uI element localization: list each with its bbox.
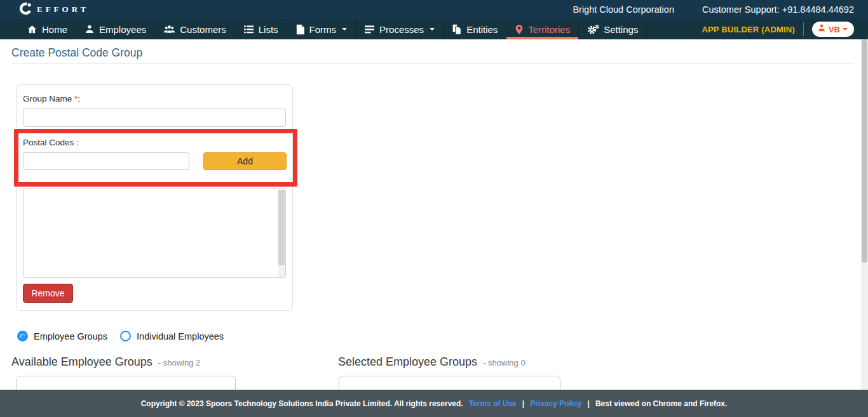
nav-item-processes[interactable]: Processes: [355, 19, 443, 39]
gear-icon: [587, 24, 599, 35]
nav-item-entities[interactable]: Entities: [443, 19, 506, 39]
page-scrollbar-thumb[interactable]: [862, 39, 867, 263]
nav-item-forms[interactable]: Forms: [287, 19, 356, 39]
app-builder-label: APP BUILDER (ADMIN): [702, 25, 795, 34]
assignment-type-radios: Employee Groups Individual Employees: [17, 331, 224, 341]
user-initials: VB: [829, 25, 840, 34]
app-root: EFFORT Bright Cloud Corporation Customer…: [0, 0, 868, 417]
footer-separator: |: [522, 399, 524, 408]
nav-item-customers[interactable]: Customers: [154, 19, 234, 39]
nav-item-employees[interactable]: Employees: [76, 19, 154, 39]
group-name-input[interactable]: [23, 109, 286, 127]
bars-icon: [364, 25, 375, 34]
company-name: Bright Cloud Corporation: [573, 4, 674, 15]
chevron-down-icon: [430, 28, 435, 30]
main-navbar: Home Employees Customers: [0, 19, 868, 39]
user-menu-button[interactable]: VB: [812, 22, 854, 37]
page-scrollbar[interactable]: [861, 39, 868, 390]
users-icon: [163, 24, 175, 34]
postal-code-input[interactable]: [23, 152, 189, 170]
page-title: Create Postal Code Group: [11, 46, 142, 60]
nav-item-home[interactable]: Home: [18, 19, 76, 39]
best-viewed-text: Best viewed on Chrome and Firefox.: [595, 399, 727, 408]
map-pin-icon: [515, 24, 524, 35]
effort-logo[interactable]: EFFORT: [19, 2, 89, 18]
list-icon: [243, 25, 254, 34]
nav-divider: [803, 22, 804, 36]
copyright-text: Copyright © 2023 Spoors Technology Solut…: [141, 399, 463, 408]
home-icon: [27, 24, 37, 35]
postal-codes-listbox[interactable]: [23, 189, 286, 278]
user-icon: [85, 24, 95, 34]
selected-showing-count: - showing 0: [483, 358, 525, 367]
available-showing-count: - showing 2: [158, 358, 200, 367]
selected-groups-heading: Selected Employee Groups - showing 0: [338, 355, 526, 369]
group-name-label: Group Name *:: [23, 94, 80, 103]
nav-item-lists[interactable]: Lists: [234, 19, 287, 39]
chevron-down-icon: [843, 28, 848, 30]
nav-item-territories[interactable]: Territories: [506, 19, 578, 39]
radio-individual-employees[interactable]: Individual Employees: [120, 331, 224, 341]
add-button[interactable]: Add: [203, 152, 287, 170]
remove-button[interactable]: Remove: [23, 284, 73, 303]
effort-logo-icon: [19, 2, 32, 18]
privacy-policy-link[interactable]: Privacy Policy: [530, 399, 581, 408]
brand-text: EFFORT: [37, 4, 89, 15]
postal-codes-label: Postal Codes :: [23, 138, 79, 147]
available-groups-heading: Available Employee Groups - showing 2: [11, 355, 200, 369]
customer-support-text: Customer Support: +91.84484.44692: [702, 4, 854, 15]
chevron-down-icon: [342, 28, 347, 30]
top-header-bar: EFFORT Bright Cloud Corporation Customer…: [0, 0, 868, 19]
pages-icon: [452, 24, 462, 35]
postal-group-form-panel: Group Name *: Postal Codes : Add Remove: [16, 84, 293, 311]
title-divider: [11, 63, 852, 64]
radio-selected-icon[interactable]: [17, 331, 28, 341]
nav-item-settings[interactable]: Settings: [578, 19, 647, 39]
listbox-scrollbar[interactable]: [278, 190, 285, 277]
radio-unselected-icon[interactable]: [120, 331, 131, 341]
footer-separator: |: [588, 399, 590, 408]
user-icon: [817, 23, 826, 35]
listbox-scrollbar-thumb[interactable]: [278, 190, 285, 265]
file-icon: [295, 24, 305, 35]
page-footer: Copyright © 2023 Spoors Technology Solut…: [0, 390, 868, 417]
terms-of-use-link[interactable]: Terms of Use: [469, 399, 517, 408]
radio-employee-groups[interactable]: Employee Groups: [17, 331, 107, 341]
